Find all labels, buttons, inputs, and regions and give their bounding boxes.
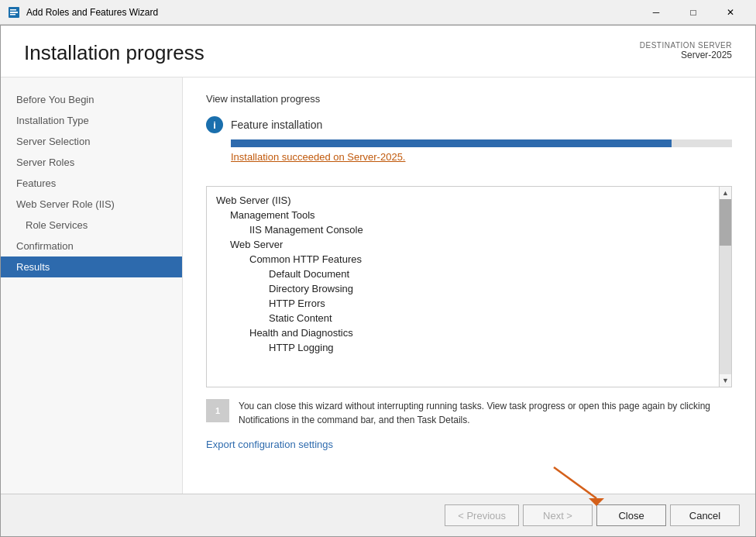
maximize-button[interactable]: □	[675, 4, 711, 21]
svg-line-4	[554, 467, 596, 498]
feature-item: Web Server	[207, 237, 719, 252]
feature-install-title: Feature installation	[231, 119, 322, 131]
export-link[interactable]: Export configuration settings	[206, 439, 732, 450]
wizard-footer: < Previous Next > Close Cancel	[1, 494, 755, 536]
page-title: Installation progress	[24, 41, 204, 65]
sidebar: Before You BeginInstallation TypeServer …	[1, 77, 183, 494]
sidebar-item-server-roles[interactable]: Server Roles	[1, 152, 182, 173]
notification-icon: 1	[206, 399, 229, 422]
wizard-header: Installation progress DESTINATION SERVER…	[1, 26, 755, 77]
svg-rect-2	[10, 14, 15, 15]
sidebar-item-role-services[interactable]: Role Services	[1, 215, 182, 236]
notification-box: 1 You can close this wizard without inte…	[206, 399, 732, 427]
sidebar-item-before-you-begin[interactable]: Before You Begin	[1, 89, 182, 110]
progress-bar-container	[231, 139, 732, 147]
feature-item: Management Tools	[207, 208, 719, 222]
minimize-button[interactable]: ─	[638, 4, 674, 21]
cancel-button[interactable]: Cancel	[670, 504, 740, 526]
close-arrow	[546, 463, 608, 506]
progress-bar-fill	[231, 139, 672, 147]
feature-item: Directory Browsing	[207, 281, 719, 296]
scroll-thumb[interactable]	[720, 199, 731, 246]
wizard-window: Installation progress DESTINATION SERVER…	[0, 25, 756, 537]
window-close-button[interactable]: ✕	[713, 4, 748, 21]
sidebar-item-installation-type[interactable]: Installation Type	[1, 110, 182, 131]
scrollbar[interactable]: ▲ ▼	[719, 187, 731, 387]
feature-install-box: i Feature installation Installation succ…	[206, 116, 732, 174]
svg-rect-3	[10, 9, 16, 11]
sidebar-item-features[interactable]: Features	[1, 173, 182, 194]
scroll-up-arrow[interactable]: ▲	[720, 187, 731, 199]
previous-button[interactable]: < Previous	[445, 504, 519, 526]
close-button[interactable]: Close	[596, 504, 666, 526]
destination-name: Server-2025	[640, 50, 732, 60]
install-success-text: Installation succeeded on Server-2025.	[231, 151, 732, 163]
feature-item: Default Document	[207, 267, 719, 281]
svg-rect-1	[10, 12, 18, 13]
feature-list-box: Web Server (IIS)Management ToolsIIS Mana…	[206, 186, 732, 387]
feature-item: Static Content	[207, 311, 719, 325]
sidebar-item-confirmation[interactable]: Confirmation	[1, 236, 182, 256]
sidebar-item-server-selection[interactable]: Server Selection	[1, 131, 182, 152]
feature-item: IIS Management Console	[207, 222, 719, 237]
next-button[interactable]: Next >	[523, 504, 593, 526]
svg-marker-5	[589, 498, 604, 506]
window-title: Add Roles and Features Wizard	[26, 7, 638, 18]
feature-item: HTTP Logging	[207, 340, 719, 355]
sidebar-item-web-server-role[interactable]: Web Server Role (IIS)	[1, 194, 182, 215]
feature-list-content: Web Server (IIS)Management ToolsIIS Mana…	[207, 187, 731, 361]
feature-item: Web Server (IIS)	[207, 193, 719, 208]
feature-item: Common HTTP Features	[207, 252, 719, 267]
destination-label: DESTINATION SERVER	[640, 41, 732, 50]
sidebar-item-results[interactable]: Results	[1, 256, 182, 277]
destination-server: DESTINATION SERVER Server-2025	[640, 41, 732, 60]
wizard-body: Before You BeginInstallation TypeServer …	[1, 77, 755, 494]
feature-item: Health and Diagnostics	[207, 325, 719, 340]
app-icon	[8, 6, 20, 19]
view-progress-label: View installation progress	[206, 93, 732, 105]
scroll-down-arrow[interactable]: ▼	[720, 374, 731, 387]
scroll-track	[720, 199, 731, 374]
feature-install-header: i Feature installation	[206, 116, 732, 133]
window-controls: ─ □ ✕	[638, 4, 748, 21]
feature-item: HTTP Errors	[207, 296, 719, 311]
info-icon: i	[206, 116, 223, 133]
notification-text: You can close this wizard without interr…	[239, 399, 732, 427]
content-area: View installation progress i Feature ins…	[183, 77, 755, 494]
title-bar: Add Roles and Features Wizard ─ □ ✕	[0, 0, 756, 25]
